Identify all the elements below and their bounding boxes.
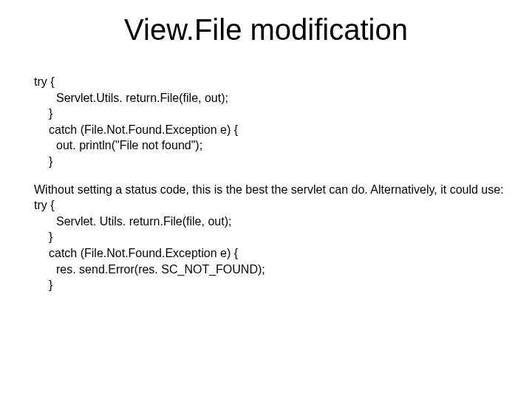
code-line: try {	[34, 74, 507, 90]
code-line: try {	[34, 197, 507, 214]
code-line: Servlet.Utils. return.File(file, out);	[56, 90, 507, 106]
code-line: catch (File.Not.Found.Exception e) {	[49, 245, 507, 262]
slide-title: View.File modification	[0, 13, 532, 47]
code-line: catch (File.Not.Found.Exception e) {	[49, 122, 507, 138]
code-line: Servlet. Utils. return.File(file, out);	[56, 214, 507, 230]
code-line: out. println("File not found");	[56, 137, 507, 154]
code-line: }	[49, 277, 507, 293]
slide: View.File modification try { Servlet.Uti…	[0, 0, 532, 399]
code-line: }	[49, 154, 507, 170]
slide-body: try { Servlet.Utils. return.File(file, o…	[34, 74, 507, 293]
spacer	[34, 170, 507, 182]
code-line: }	[49, 229, 507, 245]
code-line: res. send.Error(res. SC_NOT_FOUND);	[56, 262, 507, 278]
code-line: }	[49, 106, 507, 122]
paragraph: Without setting a status code, this is t…	[34, 182, 507, 198]
